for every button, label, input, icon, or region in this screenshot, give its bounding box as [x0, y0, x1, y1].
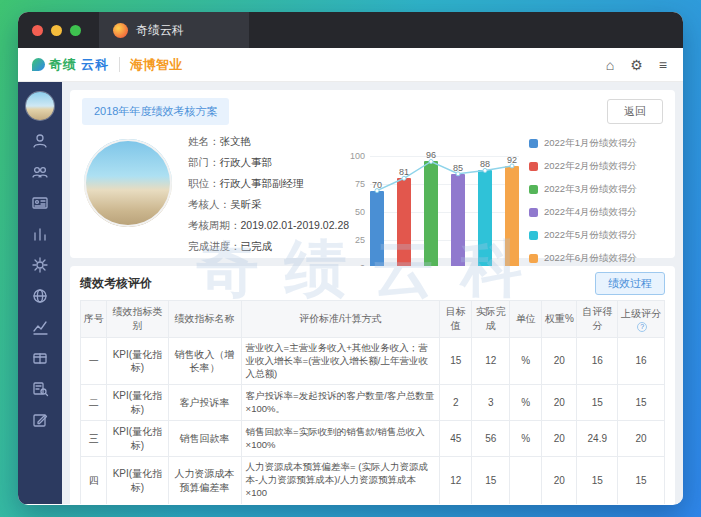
- table-cell: 人力资源成本预算偏差率: [168, 457, 241, 504]
- profile-field: 部门：行政人事部: [188, 156, 348, 170]
- y-tick-label: 25: [355, 235, 365, 245]
- field-value: 已完成: [241, 240, 273, 254]
- back-button[interactable]: 返回: [607, 99, 663, 124]
- sidebar-nav: [31, 132, 49, 429]
- legend-item[interactable]: 2022年3月份绩效得分: [529, 183, 661, 196]
- team-icon[interactable]: [31, 163, 49, 181]
- table-cell: 四: [81, 457, 107, 504]
- browser-titlebar: 奇绩云科: [18, 12, 683, 48]
- table-cell: 15: [472, 457, 510, 504]
- window-controls: [32, 25, 81, 36]
- field-label: 部门：: [188, 156, 220, 170]
- table-cell: 12: [472, 338, 510, 385]
- legend-swatch: [529, 231, 538, 240]
- minimize-button[interactable]: [51, 25, 62, 36]
- user-icon[interactable]: [31, 132, 49, 150]
- legend-label: 2022年5月份绩效得分: [544, 229, 637, 242]
- profile-card: 2018年年度绩效考核方案 返回 姓名：张文艳部门：行政人事部职位：行政人事部副…: [70, 90, 675, 258]
- trend-icon[interactable]: [31, 318, 49, 336]
- chart-legend: 2022年1月份绩效得分2022年2月份绩效得分2022年3月份绩效得分2022…: [529, 137, 661, 275]
- tab-favicon-icon: [113, 23, 128, 38]
- legend-swatch: [529, 254, 538, 263]
- field-value: 行政人事部副经理: [220, 177, 304, 191]
- bar-chart-icon[interactable]: [31, 225, 49, 243]
- table-cell: KPI(量化指标): [107, 338, 168, 385]
- table-cell: 16: [577, 338, 618, 385]
- table-cell: 24.9: [577, 421, 618, 457]
- browser-tab[interactable]: 奇绩云科: [99, 12, 249, 48]
- field-label: 职位：: [188, 177, 220, 191]
- legend-item[interactable]: 2022年4月份绩效得分: [529, 206, 661, 219]
- home-icon[interactable]: ⌂: [606, 58, 614, 72]
- help-icon[interactable]: ?: [637, 322, 647, 332]
- table-cell: KPI(量化指标): [107, 385, 168, 421]
- performance-chart: 0255075100708196858892: [348, 139, 519, 269]
- table-cell: 客户投诉率: [168, 385, 241, 421]
- table-row: 二KPI(量化指标)客户投诉率客户投诉率=发起投诉的客户数量/客户总数量×100…: [81, 385, 665, 421]
- user-avatar[interactable]: [26, 92, 54, 120]
- column-header: 绩效指标名称: [168, 301, 241, 338]
- field-value: 行政人事部: [220, 156, 273, 170]
- trend-line: [370, 157, 519, 269]
- profile-field: 职位：行政人事部副经理: [188, 177, 348, 191]
- app-header: 奇绩云科 海博智业 ⌂⚙≡: [18, 48, 683, 82]
- app-logo-icon: [32, 58, 45, 71]
- company-name: 海博智业: [130, 56, 182, 74]
- table-cell: 15: [440, 338, 472, 385]
- globe-icon[interactable]: [31, 287, 49, 305]
- legend-item[interactable]: 2022年5月份绩效得分: [529, 229, 661, 242]
- column-header: 自评得分: [577, 301, 618, 338]
- profile-field: 姓名：张文艳: [188, 135, 348, 149]
- table-cell: 20: [542, 338, 577, 385]
- header-divider: [119, 57, 120, 72]
- table-cell: 45: [440, 421, 472, 457]
- sidebar: [18, 82, 62, 504]
- edit-icon[interactable]: [31, 411, 49, 429]
- profile-fields: 姓名：张文艳部门：行政人事部职位：行政人事部副经理考核人：吴昕采考核周期：201…: [188, 135, 348, 261]
- process-button[interactable]: 绩效过程: [595, 272, 665, 295]
- gear-icon[interactable]: ⚙: [630, 58, 643, 72]
- app-logo[interactable]: 奇绩云科: [32, 56, 109, 74]
- y-axis: 0255075100: [348, 139, 370, 269]
- field-label: 完成进度：: [188, 240, 241, 254]
- plan-title-tab[interactable]: 2018年年度绩效考核方案: [82, 98, 229, 125]
- main-content: 奇绩云科 2018年年度绩效考核方案 返回 姓名：张文艳部门：行政人事部职位：行…: [62, 82, 683, 504]
- legend-label: 2022年6月份绩效得分: [544, 252, 637, 265]
- legend-item[interactable]: 2022年1月份绩效得分: [529, 137, 661, 150]
- y-tick-label: 75: [355, 179, 365, 189]
- report-search-icon[interactable]: [31, 380, 49, 398]
- column-header: 绩效指标类别: [107, 301, 168, 338]
- column-header: 实际完成: [472, 301, 510, 338]
- table-cell: 56: [472, 421, 510, 457]
- table-cell: 20: [542, 385, 577, 421]
- close-button[interactable]: [32, 25, 43, 36]
- field-label: 考核人：: [188, 198, 230, 212]
- table-cell: 人力资源成本预算偏差率= (实际人力资源成本-人力资源预算成本)/人力资源预算成…: [241, 457, 440, 504]
- table-cell: [510, 457, 542, 504]
- id-card-icon[interactable]: [31, 194, 49, 212]
- legend-swatch: [529, 185, 538, 194]
- section-title: 绩效考核评价: [80, 275, 152, 292]
- table-cell: 15: [577, 457, 618, 504]
- field-value: 2019.02.01-2019.02.28: [241, 219, 350, 233]
- menu-icon[interactable]: ≡: [659, 58, 667, 72]
- legend-item[interactable]: 2022年6月份绩效得分: [529, 252, 661, 265]
- employee-photo: [84, 139, 172, 227]
- package-icon[interactable]: [31, 349, 49, 367]
- table-cell: 客户投诉率=发起投诉的客户数量/客户总数量×100%。: [241, 385, 440, 421]
- y-tick-label: 50: [355, 207, 365, 217]
- table-cell: 3: [472, 385, 510, 421]
- plot-area: 708196858892: [370, 139, 519, 269]
- y-tick-label: 100: [350, 151, 365, 161]
- gear-flower-icon[interactable]: [31, 256, 49, 274]
- column-header: 评价标准/计算方式: [241, 301, 440, 338]
- table-cell: 16: [618, 338, 665, 385]
- table-cell: %: [510, 385, 542, 421]
- table-cell: 20: [618, 421, 665, 457]
- table-cell: 二: [81, 385, 107, 421]
- column-header: 序号: [81, 301, 107, 338]
- legend-item[interactable]: 2022年2月份绩效得分: [529, 160, 661, 173]
- evaluation-table: 序号绩效指标类别绩效指标名称评价标准/计算方式目标值实际完成单位权重%自评得分上…: [80, 300, 665, 504]
- table-cell: 15: [618, 385, 665, 421]
- maximize-button[interactable]: [70, 25, 81, 36]
